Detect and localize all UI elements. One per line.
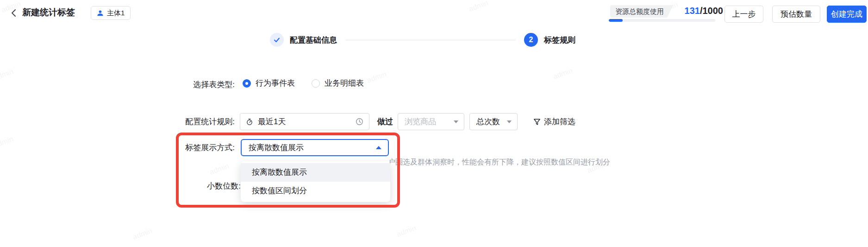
dropdown-option-range[interactable]: 按数值区间划分 [241, 182, 390, 200]
event-select-placeholder: 浏览商品 [405, 116, 454, 127]
radio-business-detail-table[interactable] [312, 79, 320, 88]
page: admin admin admin admin admin admin admi… [0, 0, 868, 247]
admin-watermark: admin [131, 227, 153, 241]
quota-progress-bar [609, 19, 715, 22]
step1-label: 配置基础信息 [290, 35, 337, 45]
display-mode-label: 标签展示方式: [137, 143, 235, 152]
relative-time-icon [246, 118, 253, 126]
header: 新建统计标签 主体1 资源总额度使用 131/1000 上一步 预估数量 创建完… [0, 0, 868, 26]
user-icon [97, 10, 104, 17]
clock-icon [356, 118, 363, 126]
metric-select[interactable]: 总次数 [469, 113, 518, 130]
admin-watermark: admin [0, 67, 14, 82]
admin-watermark: admin [366, 70, 387, 85]
metric-select-value: 总次数 [476, 116, 507, 127]
admin-watermark: admin [208, 162, 230, 177]
admin-watermark: admin [395, 224, 417, 239]
display-mode-value: 按离散数值展示 [249, 142, 376, 153]
radio-behavior-event-label[interactable]: 行为事件表 [256, 78, 295, 89]
quota-used: 131 [685, 6, 700, 16]
radio-business-detail-label[interactable]: 业务明细表 [325, 78, 364, 89]
add-filter-label: 添加筛选 [544, 116, 575, 127]
estimate-count-button[interactable]: 预估数量 [772, 6, 820, 23]
step2-label: 标签规则 [544, 35, 575, 45]
display-mode-dropdown: 按离散数值展示 按数值区间划分 [241, 161, 390, 202]
step-connector-line [345, 40, 516, 40]
step-indicator: 配置基础信息 2 标签规则 [270, 33, 575, 47]
subject-badge-label: 主体1 [107, 9, 125, 18]
table-type-label: 选择表类型: [137, 80, 235, 90]
event-select[interactable]: 浏览商品 [398, 113, 464, 130]
step1-circle [270, 33, 284, 47]
chevron-up-icon [376, 146, 381, 149]
create-complete-button[interactable]: 创建完成 [827, 6, 867, 23]
table-type-radio-group: 行为事件表 业务明细表 [243, 78, 364, 89]
subject-badge[interactable]: 主体1 [91, 6, 131, 20]
funnel-icon [533, 118, 541, 126]
prev-step-button[interactable]: 上一步 [724, 6, 763, 23]
step2-circle: 2 [524, 33, 538, 47]
quota-total: /1000 [700, 6, 723, 16]
quota-count: 131/1000 [672, 6, 723, 16]
quota-label: 资源总额度使用 [610, 5, 673, 18]
add-filter-button[interactable]: 添加筛选 [533, 113, 575, 130]
page-title: 新建统计标签 [22, 6, 75, 19]
decimal-places-label: 小数位数: [194, 181, 241, 191]
dropdown-option-discrete[interactable]: 按离散数值展示 [241, 163, 390, 182]
back-chevron-icon [11, 8, 17, 18]
verb-text: 做过 [377, 113, 393, 130]
radio-behavior-event-table[interactable] [243, 79, 251, 88]
display-mode-hint: 户圈选及群体洞察时，性能会有所下降，建议按照数值区间进行划分 [388, 158, 610, 167]
back-button[interactable] [8, 7, 19, 19]
stat-rule-label: 配置统计规则: [137, 117, 235, 127]
display-mode-select[interactable]: 按离散数值展示 [241, 139, 389, 156]
quota-progress-fill [609, 19, 623, 22]
time-range-input[interactable]: 最近1天 [240, 113, 369, 130]
chevron-down-icon [454, 120, 458, 123]
time-range-value: 最近1天 [258, 116, 286, 127]
admin-watermark: admin [0, 135, 14, 150]
chevron-down-icon [507, 120, 512, 123]
check-icon [273, 36, 281, 44]
admin-watermark: admin [552, 66, 574, 81]
